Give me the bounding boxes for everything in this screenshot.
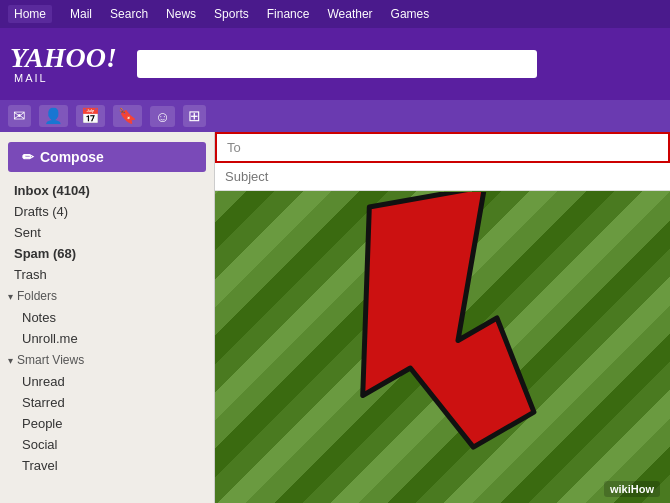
sidebar-item-sent[interactable]: Sent bbox=[0, 222, 214, 243]
content-area: To wikiHow bbox=[215, 132, 670, 503]
sidebar-item-travel[interactable]: Travel bbox=[0, 455, 214, 476]
folders-section-header[interactable]: ▾ Folders bbox=[0, 285, 214, 307]
nav-games[interactable]: Games bbox=[391, 7, 430, 21]
smiley-icon[interactable]: ☺ bbox=[150, 106, 175, 127]
yahoo-header: YAHOO! MAIL bbox=[0, 28, 670, 100]
sidebar-item-drafts[interactable]: Drafts (4) bbox=[0, 201, 214, 222]
subject-input[interactable] bbox=[225, 169, 660, 184]
sidebar-item-spam[interactable]: Spam (68) bbox=[0, 243, 214, 264]
nav-sports[interactable]: Sports bbox=[214, 7, 249, 21]
header-search-bar[interactable] bbox=[137, 50, 537, 78]
yahoo-logo: YAHOO! MAIL bbox=[10, 44, 117, 84]
folders-label: Folders bbox=[17, 289, 57, 303]
mail-wordmark: MAIL bbox=[14, 72, 48, 84]
wikihow-label: wikiHow bbox=[610, 483, 654, 495]
to-label: To bbox=[227, 140, 277, 155]
nav-weather[interactable]: Weather bbox=[327, 7, 372, 21]
sidebar-item-notes[interactable]: Notes bbox=[0, 307, 214, 328]
top-navigation: Home Mail Search News Sports Finance Wea… bbox=[0, 0, 670, 28]
sidebar-item-inbox[interactable]: Inbox (4104) bbox=[0, 180, 214, 201]
envelope-icon[interactable]: ✉ bbox=[8, 105, 31, 127]
compose-form: To bbox=[215, 132, 670, 191]
nav-search[interactable]: Search bbox=[110, 7, 148, 21]
smart-views-label: Smart Views bbox=[17, 353, 84, 367]
to-field-row: To bbox=[215, 132, 670, 163]
grid-icon[interactable]: ⊞ bbox=[183, 105, 206, 127]
sidebar-item-starred[interactable]: Starred bbox=[0, 392, 214, 413]
sidebar-item-unrollme[interactable]: Unroll.me bbox=[0, 328, 214, 349]
calendar-icon[interactable]: 📅 bbox=[76, 105, 105, 127]
chevron-down-icon: ▾ bbox=[8, 291, 13, 302]
smart-views-section-header[interactable]: ▾ Smart Views bbox=[0, 349, 214, 371]
nav-finance[interactable]: Finance bbox=[267, 7, 310, 21]
person-icon[interactable]: 👤 bbox=[39, 105, 68, 127]
bookmark-icon[interactable]: 🔖 bbox=[113, 105, 142, 127]
nav-home[interactable]: Home bbox=[8, 5, 52, 23]
sidebar-item-people[interactable]: People bbox=[0, 413, 214, 434]
nav-news[interactable]: News bbox=[166, 7, 196, 21]
icon-toolbar: ✉ 👤 📅 🔖 ☺ ⊞ bbox=[0, 100, 670, 132]
wikihow-badge: wikiHow bbox=[604, 481, 660, 497]
nav-mail[interactable]: Mail bbox=[70, 7, 92, 21]
sidebar-item-trash[interactable]: Trash bbox=[0, 264, 214, 285]
compose-button[interactable]: ✏ Compose bbox=[8, 142, 206, 172]
main-layout: ✏ Compose Inbox (4104) Drafts (4) Sent S… bbox=[0, 132, 670, 503]
sidebar-item-social[interactable]: Social bbox=[0, 434, 214, 455]
yahoo-wordmark: YAHOO! bbox=[10, 44, 117, 72]
sidebar-item-unread[interactable]: Unread bbox=[0, 371, 214, 392]
to-input[interactable] bbox=[285, 140, 658, 155]
chevron-down-icon-2: ▾ bbox=[8, 355, 13, 366]
pencil-icon: ✏ bbox=[22, 149, 34, 165]
sidebar: ✏ Compose Inbox (4104) Drafts (4) Sent S… bbox=[0, 132, 215, 503]
compose-label: Compose bbox=[40, 149, 104, 165]
subject-field-row bbox=[215, 163, 670, 191]
